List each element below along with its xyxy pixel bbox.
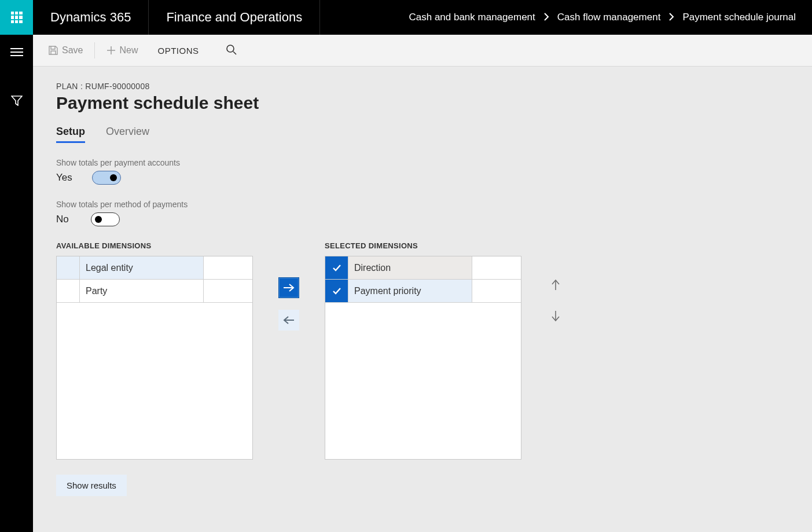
move-down-button[interactable] [547,307,564,325]
filter-button[interactable] [9,93,25,109]
toggle-value-text: No [56,214,71,225]
toggle-knob [110,174,117,181]
waffle-icon [11,12,23,23]
breadcrumb: Cash and bank management Cash flow manag… [409,0,812,35]
action-bar: Save New OPTIONS [33,35,812,67]
row-checkbox-cell[interactable] [57,280,80,302]
left-rail [0,35,33,532]
show-results-button[interactable]: Show results [56,475,127,496]
hamburger-icon [10,47,23,57]
tab-setup[interactable]: Setup [56,126,85,143]
plus-icon [106,46,116,55]
move-left-button[interactable] [278,310,299,331]
dimension-selector: AVAILABLE DIMENSIONS Legal entity Party [56,241,789,460]
module-label: Finance and Operations [149,0,320,35]
available-dimensions-label: AVAILABLE DIMENSIONS [56,241,253,250]
toggle-value-text: Yes [56,172,72,184]
chevron-right-icon [543,13,549,23]
reorder-buttons [547,241,564,325]
selected-dimensions-column: SELECTED DIMENSIONS Direction [325,241,521,460]
page-content: PLAN : RUMF-90000008 Payment schedule sh… [33,67,812,532]
move-buttons [278,241,299,331]
plan-identifier: PLAN : RUMF-90000008 [56,82,789,91]
list-item[interactable]: Direction [325,256,521,280]
check-icon [332,264,341,272]
list-item-label: Direction [348,256,472,279]
svg-point-5 [227,45,234,52]
breadcrumb-item[interactable]: Payment schedule journal [682,12,796,23]
breadcrumb-item[interactable]: Cash flow management [557,12,661,23]
options-button[interactable]: OPTIONS [149,42,207,59]
search-icon [226,44,237,56]
tab-overview[interactable]: Overview [106,126,149,143]
new-button[interactable]: New [102,42,142,59]
available-dimensions-column: AVAILABLE DIMENSIONS Legal entity Party [56,241,253,460]
brand-label: Dynamics 365 [33,0,149,35]
field-totals-per-accounts: Show totals per payment accounts Yes [56,158,789,185]
move-right-button[interactable] [278,277,299,298]
field-label: Show totals per payment accounts [56,158,789,167]
list-item-label: Legal entity [80,256,204,279]
new-label: New [119,45,138,56]
arrow-right-icon [283,283,295,292]
app-launcher-button[interactable] [0,0,33,35]
list-item[interactable]: Legal entity [57,256,252,280]
top-bar: Dynamics 365 Finance and Operations Cash… [0,0,812,35]
save-button[interactable]: Save [43,42,87,59]
arrow-left-icon [283,315,295,325]
save-label: Save [62,45,83,56]
toggle-totals-accounts[interactable] [92,171,121,185]
divider [94,42,95,58]
arrow-up-icon [551,279,560,291]
selected-dimensions-label: SELECTED DIMENSIONS [325,241,521,250]
toggle-totals-methods[interactable] [91,212,120,226]
move-up-button[interactable] [547,276,564,293]
selected-dimensions-list[interactable]: Direction Payment priority [325,256,521,460]
save-icon [48,45,58,56]
svg-line-6 [233,52,236,54]
list-item[interactable]: Payment priority [325,280,521,303]
available-dimensions-list[interactable]: Legal entity Party [56,256,253,460]
row-checkbox-cell[interactable] [325,280,348,302]
chevron-right-icon [668,13,674,23]
list-item-label: Payment priority [348,280,472,302]
row-checkbox-cell[interactable] [325,256,348,279]
tabs: Setup Overview [56,126,789,143]
list-item-label: Party [80,280,204,302]
list-item[interactable]: Party [57,280,252,303]
arrow-down-icon [551,310,560,322]
breadcrumb-item[interactable]: Cash and bank management [409,12,535,23]
check-icon [332,287,341,295]
nav-menu-button[interactable] [9,44,25,60]
toggle-knob [95,216,102,223]
field-label: Show totals per method of payments [56,200,789,209]
page-title: Payment schedule sheet [56,93,789,113]
row-checkbox-cell[interactable] [57,256,80,279]
field-totals-per-methods: Show totals per method of payments No [56,200,789,226]
search-button[interactable] [226,44,237,57]
filter-icon [11,96,23,106]
